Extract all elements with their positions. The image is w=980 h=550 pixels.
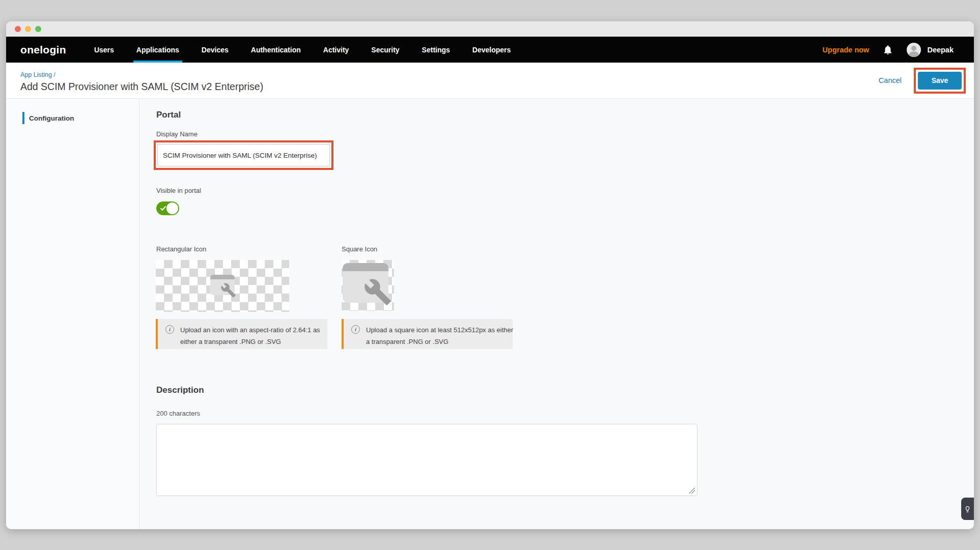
maximize-window-button[interactable] <box>35 26 41 32</box>
nav-item-security[interactable]: Security <box>371 37 399 63</box>
sidebar-item-configuration[interactable]: Configuration <box>6 112 139 124</box>
user-avatar <box>907 43 921 57</box>
page-header: App Listing / Add SCIM Provisioner with … <box>6 63 974 99</box>
help-lightbulb-tab[interactable] <box>961 498 974 520</box>
nav-item-users[interactable]: Users <box>94 37 114 63</box>
square-icon-hint-box: i Upload a square icon at least 512x512p… <box>342 319 513 349</box>
visible-in-portal-toggle[interactable] <box>156 201 179 215</box>
onelogin-logo[interactable]: onelogin <box>20 44 66 56</box>
nav-item-developers[interactable]: Developers <box>472 37 511 63</box>
active-indicator <box>22 112 24 124</box>
nav-item-label: Security <box>371 46 399 54</box>
display-name-input[interactable] <box>157 144 330 166</box>
rect-icon-hint-box: i Upload an icon with an aspect-ratio of… <box>156 319 327 349</box>
cancel-button[interactable]: Cancel <box>879 76 902 84</box>
check-icon <box>160 205 166 212</box>
portal-section-heading: Portal <box>156 110 181 120</box>
wrench-icon <box>363 278 392 306</box>
info-icon: i <box>351 325 360 334</box>
top-navbar: onelogin Users Applications Devices Auth… <box>6 37 974 63</box>
nav-item-label: Users <box>94 46 114 54</box>
nav-item-devices[interactable]: Devices <box>202 37 229 63</box>
rectangular-icon-label: Rectangular Icon <box>156 245 206 253</box>
nav-item-label: Authentication <box>251 46 301 54</box>
upgrade-now-link[interactable]: Upgrade now <box>823 46 870 54</box>
nav-item-label: Activity <box>323 46 349 54</box>
visible-in-portal-label: Visible in portal <box>156 187 201 194</box>
textarea-resize-handle[interactable] <box>688 487 695 494</box>
toggle-knob <box>166 202 178 214</box>
main-content: Portal Display Name Visible in portal Re… <box>139 99 974 529</box>
desktop-background: onelogin Users Applications Devices Auth… <box>0 0 980 550</box>
nav-item-label: Applications <box>136 46 179 54</box>
character-counter: 200 characters <box>156 410 200 417</box>
wrench-icon <box>220 282 236 298</box>
description-textarea[interactable] <box>156 424 697 496</box>
page-body: Configuration Portal Display Name Visibl… <box>6 99 974 529</box>
navbar-right: Upgrade now Deepak <box>823 43 954 57</box>
app-wrench-icon <box>343 263 388 303</box>
page-title: Add SCIM Provisioner with SAML (SCIM v2 … <box>20 81 263 93</box>
nav-item-label: Devices <box>202 46 229 54</box>
sidebar-item-label: Configuration <box>29 114 74 122</box>
browser-window: onelogin Users Applications Devices Auth… <box>6 21 974 529</box>
nav-item-settings[interactable]: Settings <box>422 37 450 63</box>
user-menu[interactable]: Deepak <box>907 43 954 57</box>
save-highlight-box: Save <box>914 68 966 94</box>
rect-icon-hint-text: Upload an icon with an aspect-ratio of 2… <box>180 324 329 348</box>
user-name: Deepak <box>927 46 954 54</box>
info-icon: i <box>165 325 174 334</box>
square-icon-upload[interactable] <box>342 260 394 311</box>
square-icon-hint-text: Upload a square icon at least 512x512px … <box>366 324 515 348</box>
notification-bell-icon[interactable] <box>882 44 893 55</box>
close-window-button[interactable] <box>15 26 21 32</box>
nav-item-activity[interactable]: Activity <box>323 37 349 63</box>
save-button[interactable]: Save <box>918 72 962 90</box>
lightbulb-icon <box>964 505 971 513</box>
app-wrench-icon <box>210 275 235 295</box>
nav-item-label: Developers <box>472 46 511 54</box>
minimize-window-button[interactable] <box>25 26 31 32</box>
rectangular-icon-upload[interactable] <box>156 260 289 312</box>
sidebar: Configuration <box>6 99 139 529</box>
nav-item-label: Settings <box>422 46 450 54</box>
nav-item-applications[interactable]: Applications <box>136 37 179 63</box>
window-titlebar <box>6 21 974 37</box>
square-icon-label: Square Icon <box>342 245 377 253</box>
display-name-label: Display Name <box>156 130 198 138</box>
display-name-highlight-box <box>154 140 333 170</box>
nav-item-authentication[interactable]: Authentication <box>251 37 301 63</box>
description-section-heading: Description <box>156 385 204 395</box>
nav-menu: Users Applications Devices Authenticatio… <box>94 37 511 63</box>
breadcrumb-app-listing[interactable]: App Listing / <box>20 71 55 78</box>
